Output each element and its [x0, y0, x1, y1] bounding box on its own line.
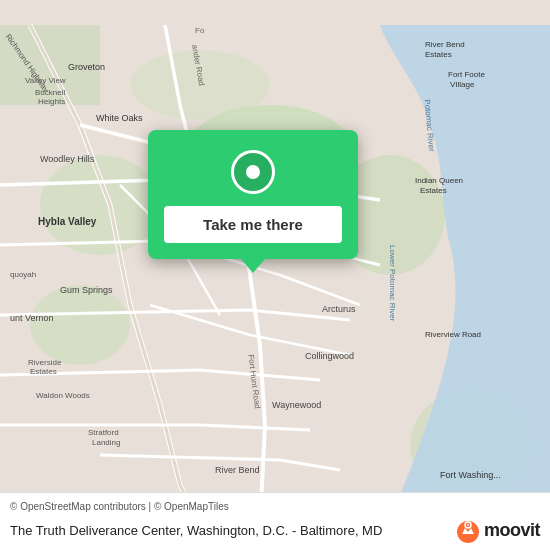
svg-text:VIllage: VIllage — [450, 80, 475, 89]
bottom-bar: © OpenStreetMap contributors | © OpenMap… — [0, 492, 550, 550]
svg-text:Groveton: Groveton — [68, 62, 105, 72]
svg-text:Gum Springs: Gum Springs — [60, 285, 113, 295]
location-pin — [231, 150, 275, 194]
svg-text:Bucknell: Bucknell — [35, 88, 65, 97]
svg-text:Fort Washing...: Fort Washing... — [440, 470, 501, 480]
svg-text:Hybla Valley: Hybla Valley — [38, 216, 97, 227]
svg-text:Estates: Estates — [425, 50, 452, 59]
svg-text:quoyah: quoyah — [10, 270, 36, 279]
destination-info: The Truth Deliverance Center, Washington… — [10, 516, 540, 544]
svg-text:Waynewood: Waynewood — [272, 400, 321, 410]
svg-text:Heights: Heights — [38, 97, 65, 106]
svg-text:Estates: Estates — [30, 367, 57, 376]
svg-text:Collingwood: Collingwood — [305, 351, 354, 361]
take-me-there-button[interactable]: Take me there — [164, 206, 342, 243]
svg-text:Estates: Estates — [420, 186, 447, 195]
map-container: Marlin Forest Groveton Valley View Buckn… — [0, 0, 550, 550]
pin-inner — [246, 165, 260, 179]
svg-text:unt Vernon: unt Vernon — [10, 313, 54, 323]
destination-text: The Truth Deliverance Center, Washington… — [10, 523, 454, 538]
svg-point-3 — [30, 285, 130, 365]
svg-text:White Oaks: White Oaks — [96, 113, 143, 123]
svg-text:River Bend: River Bend — [425, 40, 465, 49]
svg-text:Landing: Landing — [92, 438, 120, 447]
svg-text:Riverview Road: Riverview Road — [425, 330, 481, 339]
svg-text:River Bend: River Bend — [215, 465, 260, 475]
svg-text:Arcturus: Arcturus — [322, 304, 356, 314]
svg-point-45 — [467, 524, 469, 526]
svg-text:Waldon Woods: Waldon Woods — [36, 391, 90, 400]
popup-card: Take me there — [148, 130, 358, 259]
map-attribution: © OpenStreetMap contributors | © OpenMap… — [10, 501, 540, 512]
svg-text:Fort Foote: Fort Foote — [448, 70, 485, 79]
map-svg: Marlin Forest Groveton Valley View Buckn… — [0, 0, 550, 550]
svg-text:Fo: Fo — [195, 26, 205, 35]
svg-text:Riverside: Riverside — [28, 358, 62, 367]
svg-text:Indian Queen: Indian Queen — [415, 176, 463, 185]
moovit-brand-text: moovit — [484, 520, 540, 541]
svg-text:Lower Potomac River: Lower Potomac River — [388, 245, 397, 322]
svg-text:Stratford: Stratford — [88, 428, 119, 437]
moovit-logo: moovit — [454, 516, 540, 544]
svg-text:Woodley Hills: Woodley Hills — [40, 154, 95, 164]
moovit-icon — [454, 516, 482, 544]
